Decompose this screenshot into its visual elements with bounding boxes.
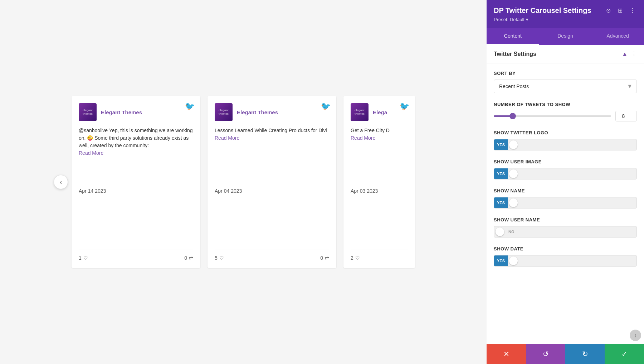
toggle-yes-label-3: YES [494, 197, 508, 208]
show-user-name-toggle[interactable]: NO [494, 226, 637, 238]
username-2: Elegant Themes [237, 109, 278, 115]
show-user-name-row: Show User Name NO [494, 217, 637, 238]
screenshot-icon-btn[interactable]: ⊙ [605, 6, 612, 15]
twitter-icon-1: 🐦 [185, 102, 195, 111]
avatar-1: elegantthemes [79, 103, 97, 121]
num-tweets-slider[interactable] [494, 115, 611, 117]
show-name-row: Show Name YES [494, 188, 637, 209]
toggle-yes-label-4: YES [494, 255, 508, 266]
tweet-date-1: Apr 14 2023 [79, 188, 193, 194]
undo-button[interactable]: ↺ [526, 344, 565, 364]
settings-panel: DP Twitter Carousel Settings ⊙ ⊞ ⋮ Prese… [487, 0, 644, 364]
tweet-header-3: elegantthemes Elega [351, 103, 408, 121]
slider-row [494, 111, 637, 121]
tweet-shares-2: 0 ⇄ [320, 255, 329, 261]
tweet-date-3: Apr 03 2023 [351, 188, 408, 194]
tweet-card-3: 🐦 elegantthemes Elega Get a Free City D … [343, 96, 415, 268]
carousel-container: ‹ 🐦 elegantthemes Elegant Themes @sanboo… [72, 96, 415, 268]
num-tweets-value-input[interactable] [615, 111, 637, 121]
avatar-3: elegantthemes [351, 103, 369, 121]
tweet-shares-1: 0 ⇄ [184, 255, 193, 261]
toggle-ball-3 [509, 198, 518, 207]
tweet-body-1: @sanboolive Yep, this is something we ar… [79, 127, 193, 182]
scroll-indicator[interactable]: ↕ [630, 330, 641, 341]
show-user-image-toggle[interactable]: YES [494, 168, 637, 179]
panel-title: DP Twitter Carousel Settings [494, 6, 591, 15]
tweet-likes-1: 1 ♡ [79, 255, 88, 261]
tab-design[interactable]: Design [539, 28, 592, 45]
toggle-no-label: NO [506, 226, 517, 237]
panel-preset[interactable]: Preset: Default ▾ [494, 17, 637, 22]
layout-icon-btn[interactable]: ⊞ [616, 6, 624, 15]
toggle-ball-4 [509, 257, 518, 265]
twitter-icon-2: 🐦 [321, 102, 331, 111]
show-user-name-label: Show User Name [494, 217, 637, 222]
save-button[interactable]: ✓ [605, 344, 644, 364]
cancel-button[interactable]: ✕ [487, 344, 526, 364]
toggle-ball [509, 140, 518, 149]
panel-icons: ⊙ ⊞ ⋮ [605, 6, 637, 15]
twitter-icon-3: 🐦 [400, 102, 409, 111]
show-user-image-label: Show User Image [494, 159, 637, 164]
tweet-body-3: Get a Free City D Read More [351, 127, 408, 182]
settings-body: Sort By Recent Posts Most Liked Most Ret… [487, 63, 644, 282]
read-more-2[interactable]: Read More [215, 135, 239, 141]
show-name-toggle[interactable]: YES [494, 197, 637, 209]
redo-button[interactable]: ↻ [565, 344, 605, 364]
tweet-card-2: 🐦 elegantthemes Elegant Themes Lessons L… [208, 96, 336, 268]
toggle-yes-label-2: YES [494, 168, 508, 179]
show-name-label: Show Name [494, 188, 637, 193]
num-tweets-label: Number of tweets to show [494, 102, 637, 107]
show-date-toggle[interactable]: YES [494, 255, 637, 267]
tab-advanced[interactable]: Advanced [591, 28, 644, 45]
sort-by-label: Sort By [494, 71, 637, 76]
more-icon-btn[interactable]: ⋮ [628, 6, 637, 15]
tab-content[interactable]: Content [487, 28, 539, 45]
section-menu-icon[interactable]: ⋮ [631, 51, 637, 57]
show-date-row: Show Date YES [494, 246, 637, 267]
panel-tabs: Content Design Advanced [487, 28, 644, 45]
read-more-1[interactable]: Read More [79, 150, 103, 156]
panel-content: Twitter Settings ▲ ⋮ Sort By Recent Post… [487, 45, 644, 344]
tweet-likes-3: 2 ♡ [351, 255, 360, 261]
section-controls: ▲ ⋮ [622, 51, 637, 57]
panel-title-row: DP Twitter Carousel Settings ⊙ ⊞ ⋮ [494, 6, 637, 15]
num-tweets-row: Number of tweets to show [494, 102, 637, 121]
tweet-date-2: Apr 04 2023 [215, 188, 329, 194]
chevron-up-icon: ▲ [622, 51, 628, 57]
sort-by-select-wrapper: Recent Posts Most Liked Most Retweeted ▼ [494, 80, 637, 93]
tweet-header-2: elegantthemes Elegant Themes [215, 103, 329, 121]
toggle-yes-label: YES [494, 139, 508, 150]
show-user-image-row: Show User Image YES [494, 159, 637, 179]
panel-toolbar: ✕ ↺ ↻ ✓ [487, 344, 644, 364]
tweet-footer-1: 1 ♡ 0 ⇄ [79, 249, 193, 261]
section-title: Twitter Settings [494, 51, 536, 57]
tweet-footer-3: 2 ♡ [351, 249, 408, 261]
avatar-2: elegantthemes [215, 103, 233, 121]
username-1: Elegant Themes [101, 109, 142, 115]
tweet-likes-2: 5 ♡ [215, 255, 224, 261]
tweet-card-1: 🐦 elegantthemes Elegant Themes @sanbooli… [72, 96, 200, 268]
show-twitter-logo-label: Show Twitter Logo [494, 130, 637, 135]
show-twitter-logo-toggle[interactable]: YES [494, 139, 637, 150]
read-more-3[interactable]: Read More [351, 135, 375, 141]
sort-by-row: Sort By Recent Posts Most Liked Most Ret… [494, 71, 637, 93]
toggle-ball-off [496, 227, 504, 236]
show-date-label: Show Date [494, 246, 637, 252]
username-3: Elega [373, 109, 387, 115]
tweet-footer-2: 5 ♡ 0 ⇄ [215, 249, 329, 261]
tweet-body-2: Lessons Learned While Creating Pro ducts… [215, 127, 329, 182]
sort-by-select[interactable]: Recent Posts Most Liked Most Retweeted [494, 80, 637, 93]
toggle-ball-2 [509, 169, 518, 178]
prev-button[interactable]: ‹ [54, 175, 68, 189]
panel-header: DP Twitter Carousel Settings ⊙ ⊞ ⋮ Prese… [487, 0, 644, 28]
twitter-settings-section-header[interactable]: Twitter Settings ▲ ⋮ [487, 45, 644, 63]
preview-area: ‹ 🐦 elegantthemes Elegant Themes @sanboo… [0, 0, 487, 364]
tweet-header-1: elegantthemes Elegant Themes [79, 103, 193, 121]
show-twitter-logo-row: Show Twitter Logo YES [494, 130, 637, 150]
